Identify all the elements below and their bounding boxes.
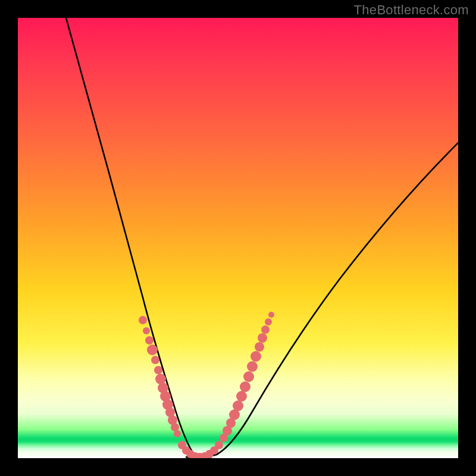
svg-point-28 bbox=[236, 391, 247, 402]
svg-point-27 bbox=[233, 400, 243, 411]
curve-layer bbox=[18, 18, 458, 458]
marker-group-floor bbox=[178, 441, 223, 458]
svg-point-12 bbox=[171, 423, 179, 431]
plot-frame bbox=[18, 18, 458, 458]
svg-point-0 bbox=[139, 316, 147, 324]
marker-group-right bbox=[220, 312, 274, 442]
svg-point-35 bbox=[261, 325, 270, 334]
svg-point-4 bbox=[151, 356, 159, 364]
bottleneck-curve-left bbox=[66, 18, 195, 455]
svg-point-36 bbox=[265, 318, 272, 325]
svg-point-5 bbox=[154, 366, 162, 374]
svg-point-30 bbox=[243, 371, 254, 382]
svg-point-13 bbox=[174, 430, 181, 437]
svg-point-32 bbox=[250, 351, 261, 362]
svg-point-29 bbox=[240, 381, 250, 392]
svg-point-37 bbox=[268, 312, 274, 318]
watermark-text: TheBottleneck.com bbox=[354, 2, 469, 18]
chart-stage: TheBottleneck.com bbox=[0, 0, 476, 476]
svg-point-2 bbox=[145, 336, 154, 345]
svg-point-22 bbox=[215, 441, 223, 449]
svg-point-3 bbox=[147, 345, 158, 355]
marker-group-left bbox=[139, 316, 181, 437]
svg-point-34 bbox=[258, 333, 267, 343]
svg-point-1 bbox=[143, 327, 150, 334]
svg-point-31 bbox=[247, 361, 258, 372]
svg-point-33 bbox=[255, 342, 264, 352]
